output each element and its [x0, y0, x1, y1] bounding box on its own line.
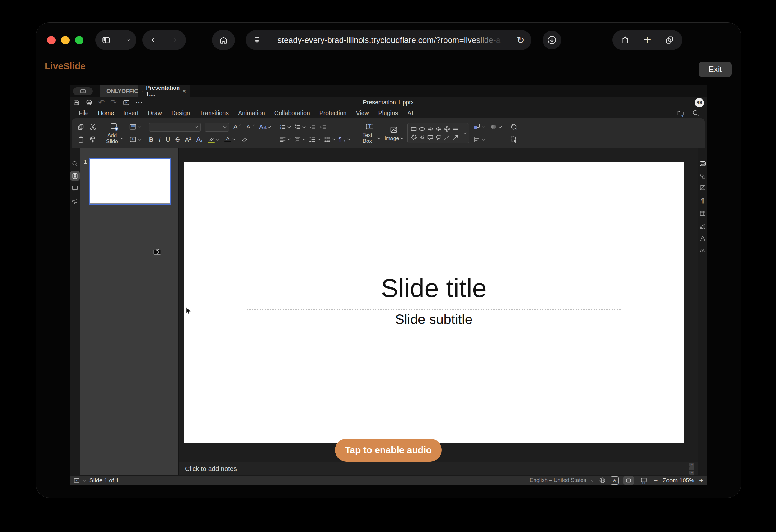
strikeout-button[interactable]: S: [175, 136, 179, 143]
image-button[interactable]: Image: [384, 125, 403, 141]
numbering-button[interactable]: [294, 123, 306, 131]
reset-slide-icon[interactable]: [510, 123, 518, 131]
text-direction-button[interactable]: ¶: [338, 136, 351, 143]
image-settings-icon[interactable]: [699, 184, 706, 191]
url-bar[interactable]: steady-every-brad-illinois.trycloudflare…: [246, 30, 531, 50]
home-button[interactable]: [212, 30, 235, 50]
shape-callout-oval-icon[interactable]: [435, 134, 442, 141]
chevron-down-icon[interactable]: [591, 479, 594, 482]
editor-logo-button[interactable]: [73, 87, 93, 95]
tab-collaboration[interactable]: Collaboration: [274, 110, 310, 117]
table-settings-icon[interactable]: [699, 210, 706, 217]
zoom-out-button[interactable]: −: [654, 476, 658, 485]
forward-icon[interactable]: [172, 36, 179, 44]
tab-home[interactable]: Home: [98, 110, 114, 117]
chart-settings-icon[interactable]: [699, 223, 706, 230]
copy-style-icon[interactable]: [89, 136, 97, 143]
tab-design[interactable]: Design: [171, 110, 190, 117]
url-text[interactable]: steady-every-brad-illinois.trycloudflare…: [277, 35, 501, 45]
spellcheck-icon[interactable]: A: [611, 477, 619, 485]
text-box-button[interactable]: T Text Box: [358, 122, 381, 144]
add-slide-button[interactable]: Add Slide: [105, 122, 124, 144]
line-spacing-button[interactable]: [309, 136, 321, 143]
tab-protection[interactable]: Protection: [320, 110, 347, 117]
share-icon[interactable]: [620, 35, 630, 45]
tab-onlyoffice[interactable]: ONLYOFFICE: [100, 85, 138, 97]
sidebar-toggle-button[interactable]: [95, 30, 136, 50]
bold-button[interactable]: B: [149, 136, 153, 143]
change-layout-button[interactable]: [129, 123, 141, 131]
feedback-icon[interactable]: [71, 198, 78, 205]
select-all-icon[interactable]: [510, 135, 518, 143]
shape-callout-rect-icon[interactable]: [427, 134, 434, 141]
tab-plugins[interactable]: Plugins: [378, 110, 398, 117]
textart-settings-icon[interactable]: [699, 235, 706, 242]
font-size-select[interactable]: [205, 123, 229, 132]
save-icon[interactable]: [73, 99, 80, 106]
slide-settings-icon[interactable]: [699, 160, 706, 167]
shape-arrow-left-icon[interactable]: [435, 126, 442, 132]
start-slideshow-icon[interactable]: [122, 99, 130, 107]
scroll-thumb[interactable]: [690, 467, 695, 470]
tab-insert[interactable]: Insert: [123, 110, 139, 117]
avatar[interactable]: RB: [695, 98, 704, 108]
more-icon[interactable]: ⋯: [135, 98, 143, 107]
search-icon[interactable]: [692, 109, 700, 117]
shape-settings-icon[interactable]: [699, 173, 706, 180]
decrease-indent-icon[interactable]: [309, 123, 316, 131]
shape-arrow-diagonal-icon[interactable]: [452, 134, 459, 141]
redo-icon[interactable]: ↷: [110, 98, 117, 108]
subtitle-placeholder[interactable]: Slide subtitle: [246, 310, 621, 377]
paragraph-settings-icon[interactable]: ¶: [699, 197, 706, 204]
tab-animation[interactable]: Animation: [238, 110, 265, 117]
traffic-zoom-button[interactable]: [75, 36, 83, 44]
shape-plus-icon[interactable]: [444, 126, 450, 132]
tab-draw[interactable]: Draw: [148, 110, 162, 117]
merge-shapes-button[interactable]: [490, 123, 502, 131]
back-icon[interactable]: [150, 36, 157, 44]
notes-scrollbar[interactable]: ▲ ▼: [690, 463, 695, 475]
slide-canvas[interactable]: Slide title Slide subtitle: [179, 148, 698, 462]
undo-icon[interactable]: ↶: [98, 98, 105, 108]
chevron-down-icon[interactable]: [83, 479, 86, 482]
columns-button[interactable]: [324, 136, 336, 143]
cut-icon[interactable]: [89, 123, 97, 131]
increase-indent-icon[interactable]: [319, 123, 327, 131]
superscript-button[interactable]: A¹: [185, 136, 191, 143]
shape-gallery-expand[interactable]: [461, 123, 469, 143]
fit-to-width-button[interactable]: [638, 477, 649, 485]
slides-panel-icon[interactable]: [71, 173, 78, 180]
downloads-button[interactable]: [543, 31, 561, 49]
title-placeholder[interactable]: Slide title: [246, 209, 621, 306]
open-file-location-icon[interactable]: [677, 109, 685, 117]
scroll-down-button[interactable]: ▼: [690, 471, 695, 475]
slide[interactable]: Slide title Slide subtitle: [184, 162, 684, 443]
tab-transitions[interactable]: Transitions: [199, 110, 229, 117]
font-name-select[interactable]: [149, 123, 201, 132]
scroll-up-button[interactable]: ▲: [690, 463, 695, 467]
shape-ellipse-icon[interactable]: [419, 126, 425, 132]
arrange-shape-button[interactable]: [473, 123, 485, 131]
spellcheck-language-icon[interactable]: [599, 477, 606, 484]
language-label[interactable]: English – United States: [530, 477, 586, 484]
decrease-font-button[interactable]: A: [246, 124, 254, 130]
underline-button[interactable]: U: [166, 136, 170, 143]
shape-arrow-right-icon[interactable]: [427, 126, 434, 132]
traffic-minimize-button[interactable]: [61, 36, 69, 44]
italic-button[interactable]: I: [159, 136, 161, 143]
enable-audio-button[interactable]: Tap to enable audio: [335, 438, 442, 462]
shape-line-icon[interactable]: [444, 134, 450, 141]
shape-minus-icon[interactable]: [452, 126, 459, 132]
slideshow-icon[interactable]: [73, 477, 80, 484]
tab-overview-icon[interactable]: [665, 35, 674, 45]
vertical-align-button[interactable]: [294, 136, 306, 143]
reload-icon[interactable]: ↻: [517, 35, 525, 46]
clear-style-icon[interactable]: [241, 136, 248, 143]
shape-rectangle-icon[interactable]: [410, 126, 417, 132]
notes-area[interactable]: Click to add notes ▲ ▼: [179, 462, 698, 475]
change-case-button[interactable]: Aa: [259, 124, 271, 131]
subscript-button[interactable]: A₁: [196, 136, 203, 143]
signature-settings-icon[interactable]: [699, 247, 706, 254]
tab-file[interactable]: File: [79, 110, 88, 117]
zoom-in-button[interactable]: +: [699, 476, 703, 485]
